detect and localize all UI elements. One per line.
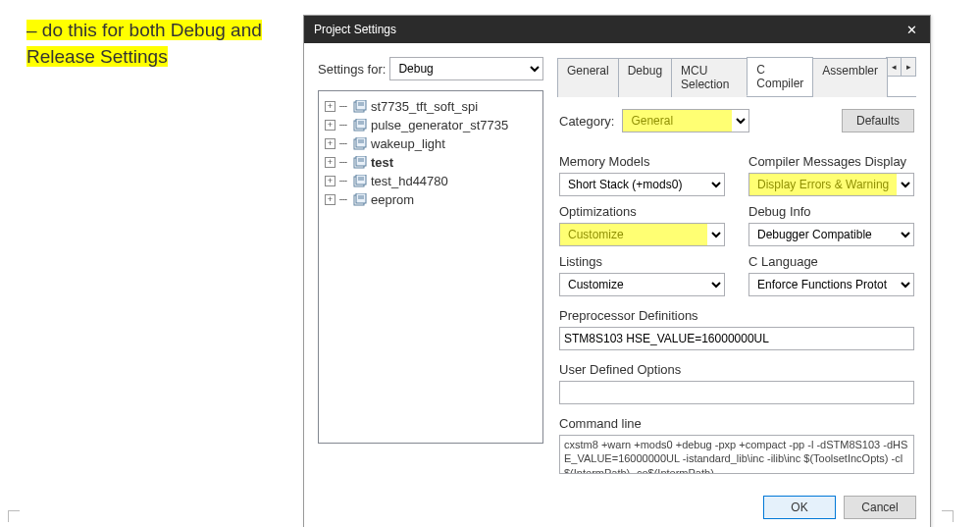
tree-item-label: pulse_generator_st7735 [371, 118, 508, 132]
page-corner-mark [942, 510, 954, 522]
cancel-button[interactable]: Cancel [844, 496, 916, 519]
compiler-messages-select[interactable]: Display Errors & Warning [748, 173, 914, 196]
user-options-label: User Defined Options [559, 362, 914, 377]
instruction-note: – do this for both Debug and Release Set… [26, 18, 262, 70]
tab-assembler[interactable]: Assembler [812, 58, 888, 97]
project-icon [353, 156, 367, 170]
tree-item-label: test_hd44780 [371, 174, 448, 188]
project-icon [353, 175, 367, 188]
project-icon [353, 193, 367, 207]
listings-select[interactable]: Customize [559, 273, 725, 296]
tab-debug[interactable]: Debug [618, 58, 672, 97]
expand-icon[interactable]: + [325, 176, 335, 186]
optimizations-select[interactable]: Customize [559, 223, 725, 246]
c-language-label: C Language [748, 254, 914, 269]
right-pane: GeneralDebugMCU SelectionC CompilerAssem… [557, 57, 916, 476]
tree-item-test_hd44780[interactable]: +┈test_hd44780 [323, 172, 539, 190]
page-corner-mark [8, 510, 20, 522]
debug-info-select[interactable]: Debugger Compatible [748, 223, 914, 246]
tree-item-st7735_tft_soft_spi[interactable]: +┈st7735_tft_soft_spi [323, 97, 539, 116]
preprocessor-input[interactable] [559, 327, 914, 350]
tab-strip: GeneralDebugMCU SelectionC CompilerAssem… [557, 57, 916, 97]
close-icon[interactable]: ✕ [903, 23, 920, 37]
project-settings-dialog: Project Settings ✕ Settings for: Debug +… [303, 15, 931, 527]
expand-icon[interactable]: + [325, 194, 335, 205]
tree-item-pulse_generator_st7735[interactable]: +┈pulse_generator_st7735 [323, 116, 539, 134]
left-pane: Settings for: Debug +┈st7735_tft_soft_sp… [318, 57, 543, 476]
command-line-box: cxstm8 +warn +mods0 +debug -pxp +compact… [559, 435, 914, 474]
tree-item-label: wakeup_light [371, 136, 445, 151]
tab-scroll-left-icon[interactable]: ◂ [886, 57, 902, 77]
preprocessor-label: Preprocessor Definitions [559, 308, 914, 323]
memory-models-select[interactable]: Short Stack (+mods0) [559, 173, 725, 196]
project-tree[interactable]: +┈st7735_tft_soft_spi+┈pulse_generator_s… [318, 90, 543, 444]
dialog-footer: OK Cancel [304, 486, 930, 527]
optimizations-label: Optimizations [559, 204, 725, 219]
tree-item-wakeup_light[interactable]: +┈wakeup_light [323, 134, 539, 153]
expand-icon[interactable]: + [325, 120, 335, 131]
tree-item-label: st7735_tft_soft_spi [371, 99, 478, 114]
tree-item-test[interactable]: +┈test [323, 153, 539, 172]
compiler-messages-label: Compiler Messages Display [748, 154, 914, 169]
c-language-select[interactable]: Enforce Functions Protot [748, 273, 914, 296]
project-icon [353, 137, 367, 151]
expand-icon[interactable]: + [325, 157, 335, 168]
project-icon [353, 100, 367, 114]
note-prefix: – [26, 20, 42, 40]
tree-item-label: eeprom [371, 192, 414, 207]
user-options-input[interactable] [559, 381, 914, 404]
tab-mcu-selection[interactable]: MCU Selection [671, 58, 748, 97]
listings-label: Listings [559, 254, 725, 269]
ok-button[interactable]: OK [763, 496, 836, 519]
settings-for-select[interactable]: Debug [389, 57, 543, 80]
settings-for-label: Settings for: [318, 62, 386, 77]
project-icon [353, 119, 367, 132]
tree-item-label: test [371, 155, 393, 170]
expand-icon[interactable]: + [325, 101, 335, 112]
memory-models-label: Memory Models [559, 154, 725, 169]
tree-item-eeprom[interactable]: +┈eeprom [323, 190, 539, 209]
c-compiler-panel: Category: General Defaults Memory Models… [557, 97, 916, 476]
tab-scroll-right-icon[interactable]: ▸ [901, 57, 916, 77]
category-select[interactable]: General [622, 109, 749, 132]
note-text: do this for both Debug and Release Setti… [26, 20, 262, 67]
defaults-button[interactable]: Defaults [842, 109, 914, 132]
expand-icon[interactable]: + [325, 138, 335, 149]
debug-info-label: Debug Info [748, 204, 914, 219]
dialog-titlebar[interactable]: Project Settings ✕ [304, 16, 930, 43]
category-label: Category: [559, 114, 614, 129]
tab-general[interactable]: General [557, 58, 619, 97]
tab-c-compiler[interactable]: C Compiler [747, 57, 813, 96]
command-line-label: Command line [559, 416, 914, 431]
dialog-title: Project Settings [314, 23, 396, 36]
